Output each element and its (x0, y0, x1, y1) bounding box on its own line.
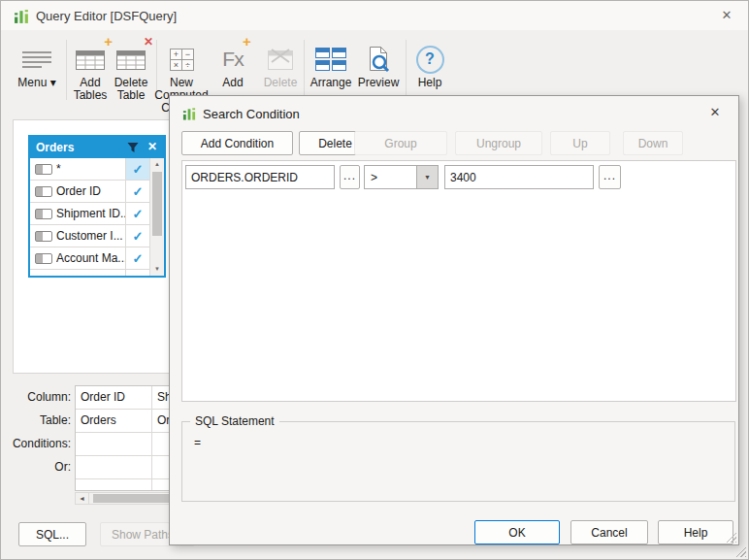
field-checkbox[interactable]: ✓ (125, 270, 149, 276)
grid-cell-extra-1[interactable] (76, 479, 152, 491)
dialog-logo-icon (182, 106, 197, 121)
sql-statement-title: SQL Statement (190, 414, 279, 428)
add-formula-button[interactable]: Fx + Add (211, 42, 255, 89)
dialog-help-button[interactable]: Help (658, 520, 733, 544)
computed-column-icon: + − × ÷ (170, 49, 194, 71)
grid-cell-table-1[interactable]: Orders (76, 410, 152, 433)
add-formula-label: Add (222, 76, 243, 89)
window-resize-grip[interactable] (733, 544, 746, 557)
field-icon (35, 164, 52, 175)
ok-button[interactable]: OK (474, 520, 560, 544)
add-condition-button[interactable]: Add Condition (181, 131, 293, 155)
field-icon (35, 209, 52, 219)
ungroup-button: Ungroup (455, 131, 542, 155)
condition-value-input[interactable]: 3400 (444, 165, 594, 189)
cancel-button[interactable]: Cancel (570, 520, 648, 544)
toolbar-separator (66, 40, 67, 100)
menu-button[interactable]: Menu ▾ (9, 42, 65, 89)
scroll-left-icon[interactable]: ◄ (76, 493, 89, 504)
checkmark-icon: ✓ (133, 274, 144, 277)
conditions-row-label: Conditions: (1, 437, 71, 450)
checkmark-icon: ✓ (133, 162, 144, 177)
grid-cell-conditions-1[interactable] (76, 433, 152, 456)
x-badge-icon: ✕ (144, 35, 153, 49)
window-close-icon[interactable]: ✕ (717, 6, 736, 25)
up-button: Up (550, 131, 610, 155)
value-browse-button[interactable]: ... (599, 165, 621, 189)
toolbar-separator (304, 40, 305, 100)
field-checkbox[interactable]: ✓ (125, 181, 149, 202)
orders-panel-header[interactable]: Orders ✕ (30, 137, 164, 158)
title-bar: Query Editor [DSFQuery] ✕ (1, 1, 748, 31)
app-logo-icon (14, 8, 30, 24)
sql-button[interactable]: SQL... (18, 522, 86, 546)
svg-text:−: − (184, 49, 189, 59)
list-item[interactable]: Account Ma... ✓ (30, 247, 164, 270)
field-icon (35, 231, 52, 242)
orders-panel-close-icon[interactable]: ✕ (147, 140, 157, 153)
field-label: * (56, 162, 61, 176)
table-icon (116, 49, 146, 70)
list-item[interactable]: Order ID ✓ (30, 181, 164, 203)
list-item[interactable]: Customer I... ✓ (30, 225, 164, 247)
condition-field-input[interactable]: ORDERS.ORDERID (185, 165, 335, 189)
field-label: Order ID (56, 184, 101, 198)
help-button[interactable]: ? Help (409, 42, 450, 89)
field-icon (35, 253, 52, 264)
orders-panel-title: Orders (36, 141, 74, 154)
help-label: Help (418, 76, 442, 89)
field-browse-button[interactable]: ... (340, 165, 360, 189)
group-button: Group (354, 131, 447, 155)
preview-button[interactable]: Preview (356, 42, 401, 89)
arrange-label: Arrange (310, 76, 352, 89)
table-icon (76, 49, 105, 70)
list-item[interactable]: Order Dat... ✓ (30, 270, 164, 276)
field-checkbox[interactable]: ✓ (125, 158, 149, 180)
field-label: Account Ma... (56, 251, 126, 265)
query-editor-window: Query Editor [DSFQuery] ✕ Menu ▾ + Add T… (0, 0, 749, 560)
conditions-panel: ORDERS.ORDERID ... > ▼ 3400 ... (181, 160, 736, 402)
field-label: Shipment ID... (56, 207, 126, 220)
dialog-close-icon[interactable]: ✕ (705, 103, 725, 122)
delete-formula-button: Delete (259, 42, 302, 89)
scroll-up-icon[interactable]: ▲ (150, 158, 164, 171)
operator-value: > (371, 171, 377, 184)
delete-table-label-1: Delete (114, 76, 148, 89)
help-question-mark: ? (425, 50, 435, 68)
arrange-button[interactable]: Arrange (308, 42, 354, 89)
dropdown-arrow-icon[interactable]: ▼ (416, 166, 438, 188)
delete-table-button[interactable]: ✕ Delete Table (110, 42, 152, 102)
toolbar-separator (406, 40, 407, 100)
scrollbar-thumb[interactable] (152, 172, 162, 236)
or-row-label: Or: (1, 460, 71, 474)
grid-cell-or-1[interactable] (76, 456, 152, 479)
orders-table-panel[interactable]: Orders ✕ * ✓ Order ID ✓ Shipment ID... ✓ (28, 135, 166, 278)
orders-field-list: * ✓ Order ID ✓ Shipment ID... ✓ Customer… (30, 158, 164, 276)
delete-table-label-2: Table (117, 88, 146, 102)
checkmark-icon: ✓ (133, 251, 144, 266)
field-checkbox[interactable]: ✓ (125, 203, 149, 224)
field-label: Customer I... (56, 229, 123, 243)
orders-scrollbar[interactable]: ▲ ▼ (149, 158, 164, 276)
filter-icon[interactable] (127, 142, 139, 153)
grid-cell-column-1[interactable]: Order ID (76, 386, 152, 410)
svg-text:×: × (173, 60, 178, 70)
checkmark-icon: ✓ (133, 229, 144, 244)
list-item[interactable]: * ✓ (30, 158, 164, 181)
svg-text:+: + (173, 49, 178, 59)
dialog-title: Search Condition (203, 107, 300, 121)
down-button: Down (623, 131, 683, 155)
scroll-down-icon[interactable]: ▼ (150, 263, 164, 276)
add-tables-button[interactable]: + Add Tables (69, 42, 112, 102)
menu-icon (22, 49, 51, 71)
column-row-label: Column: (1, 390, 71, 404)
field-checkbox[interactable]: ✓ (125, 247, 149, 269)
operator-select[interactable]: > ▼ (364, 165, 439, 189)
field-checkbox[interactable]: ✓ (125, 225, 149, 247)
list-item[interactable]: Shipment ID... ✓ (30, 203, 164, 225)
menu-label: Menu (17, 76, 47, 89)
field-icon (35, 276, 52, 277)
arrange-icon (315, 48, 346, 71)
window-title: Query Editor [DSFQuery] (36, 9, 177, 23)
fx-icon: Fx (222, 48, 243, 71)
